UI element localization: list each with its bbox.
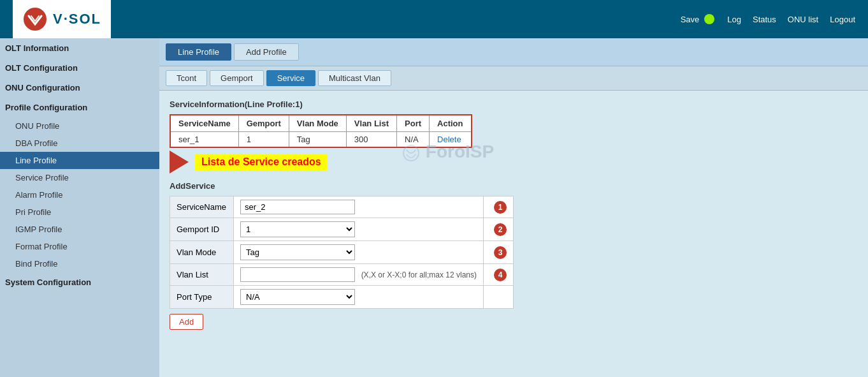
- annotation-area: Lista de Service creados: [170, 151, 858, 174]
- form-row-gemport-id: Gemport ID 1 2 3 2: [170, 218, 514, 241]
- delete-link[interactable]: Delete: [437, 135, 461, 144]
- form-row-vlan-list: Vlan List (X,X or X-X;0 for all;max 12 v…: [170, 264, 514, 286]
- form-row-service-name: ServiceName 1: [170, 196, 514, 218]
- field-value-port-type: N/A ETH POTS: [234, 286, 484, 309]
- status-link[interactable]: Status: [753, 15, 776, 24]
- header-links: Log Status ONU list Logout: [727, 15, 855, 24]
- field-label-vlan-mode: Vlan Mode: [170, 241, 234, 264]
- col-vlan-list: Vlan List: [346, 115, 396, 132]
- vlan-mode-select[interactable]: Tag Untag Transparent: [240, 244, 355, 260]
- logo-text: V·SOL: [53, 11, 101, 27]
- vsol-logo-icon: [22, 6, 48, 32]
- vlan-list-input[interactable]: [240, 267, 355, 282]
- sidebar-item-profile-configuration[interactable]: Profile Configuration: [0, 98, 159, 117]
- field-label-gemport-id: Gemport ID: [170, 218, 234, 241]
- sidebar-sub-onu-profile[interactable]: ONU Profile: [0, 117, 159, 135]
- form-row-vlan-mode: Vlan Mode Tag Untag Transparent 3: [170, 241, 514, 264]
- header-right: Save Log Status ONU list Logout: [681, 14, 855, 24]
- layout: OLT Information OLT Configuration ONU Co…: [0, 38, 868, 377]
- save-label: Save: [681, 15, 700, 24]
- sidebar-sub-line-profile[interactable]: Line Profile: [0, 152, 159, 169]
- sidebar-item-olt-configuration[interactable]: OLT Configuration: [0, 58, 159, 78]
- sidebar-sub-bind-profile[interactable]: Bind Profile: [0, 255, 159, 272]
- tab-multicast-vlan[interactable]: Multicast Vlan: [318, 70, 391, 86]
- annotation-arrow-icon: [170, 151, 189, 174]
- tab-tcont[interactable]: Tcont: [166, 70, 207, 86]
- add-service-form: ServiceName 1 Gemport ID 1 2 3: [170, 196, 514, 309]
- header-save-area: Save: [681, 14, 715, 24]
- tab-gemport[interactable]: Gemport: [210, 70, 264, 86]
- cell-port: N/A: [397, 132, 430, 148]
- sub-tabs: Tcont Gemport Service Multicast Vlan: [159, 66, 868, 91]
- table-row: ser_1 1 Tag 300 N/A Delete: [170, 132, 472, 148]
- sidebar-sub-service-profile[interactable]: Service Profile: [0, 169, 159, 186]
- col-service-name: ServiceName: [170, 115, 238, 132]
- field-label-port-type: Port Type: [170, 286, 234, 309]
- field-label-vlan-list: Vlan List: [170, 264, 234, 286]
- cell-vlan-list: 300: [346, 132, 396, 148]
- sidebar: OLT Information OLT Configuration ONU Co…: [0, 38, 159, 377]
- cell-service-name: ser_1: [170, 132, 238, 148]
- sidebar-item-onu-configuration[interactable]: ONU Configuration: [0, 78, 159, 98]
- log-link[interactable]: Log: [727, 15, 741, 24]
- tab-line-profile[interactable]: Line Profile: [166, 43, 231, 61]
- sidebar-item-olt-information[interactable]: OLT Information: [0, 38, 159, 58]
- onu-list-link[interactable]: ONU list: [788, 15, 818, 24]
- badge-none: [484, 286, 514, 309]
- cell-vlan-mode: Tag: [289, 132, 346, 148]
- annotation-label: Lista de Service creados: [195, 154, 328, 170]
- vlan-hint: (X,X or X-X;0 for all;max 12 vlans): [361, 270, 477, 279]
- field-value-vlan-mode: Tag Untag Transparent: [234, 241, 484, 264]
- add-service-title: AddService: [170, 181, 858, 191]
- col-gemport: Gemport: [238, 115, 289, 132]
- sidebar-sub-igmp-profile[interactable]: IGMP Profile: [0, 221, 159, 238]
- svg-point-0: [24, 8, 47, 31]
- sidebar-sub-pri-profile[interactable]: Pri Profile: [0, 203, 159, 221]
- header: V·SOL Save Log Status ONU list Logout: [0, 0, 868, 38]
- sidebar-sub-format-profile[interactable]: Format Profile: [0, 238, 159, 255]
- tab-add-profile[interactable]: Add Profile: [234, 43, 299, 61]
- badge-4: 4: [484, 264, 514, 286]
- logo-area: V·SOL: [13, 0, 111, 38]
- content-area: ForoISP ServiceInformation(Line Profile:…: [159, 91, 868, 339]
- field-label-service-name: ServiceName: [170, 196, 234, 218]
- field-value-vlan-list: (X,X or X-X;0 for all;max 12 vlans): [234, 264, 484, 286]
- cell-action: Delete: [430, 132, 472, 148]
- status-indicator: [704, 14, 714, 24]
- sidebar-sub-alarm-profile[interactable]: Alarm Profile: [0, 186, 159, 203]
- sidebar-sub-dba-profile[interactable]: DBA Profile: [0, 135, 159, 152]
- col-vlan-mode: Vlan Mode: [289, 115, 346, 132]
- col-port: Port: [397, 115, 430, 132]
- gemport-id-select[interactable]: 1 2 3: [240, 221, 355, 237]
- logout-link[interactable]: Logout: [830, 15, 855, 24]
- col-action: Action: [430, 115, 472, 132]
- service-name-input[interactable]: [240, 200, 355, 214]
- service-info-title: ServiceInformation(Line Profile:1): [170, 100, 858, 109]
- badge-3: 3: [484, 241, 514, 264]
- port-type-select[interactable]: N/A ETH POTS: [240, 289, 355, 305]
- main-content: Line Profile Add Profile Tcont Gemport S…: [159, 38, 868, 377]
- sidebar-item-system-configuration[interactable]: System Configuration: [0, 272, 159, 292]
- cell-gemport: 1: [238, 132, 289, 148]
- form-row-port-type: Port Type N/A ETH POTS: [170, 286, 514, 309]
- badge-2: 2: [484, 218, 514, 241]
- service-table: ServiceName Gemport Vlan Mode Vlan List …: [170, 114, 472, 148]
- badge-1: 1: [484, 196, 514, 218]
- field-value-service-name: [234, 196, 484, 218]
- field-value-gemport-id: 1 2 3: [234, 218, 484, 241]
- top-tabs: Line Profile Add Profile: [159, 38, 868, 66]
- tab-service[interactable]: Service: [266, 70, 315, 86]
- add-service-button[interactable]: Add: [170, 314, 203, 330]
